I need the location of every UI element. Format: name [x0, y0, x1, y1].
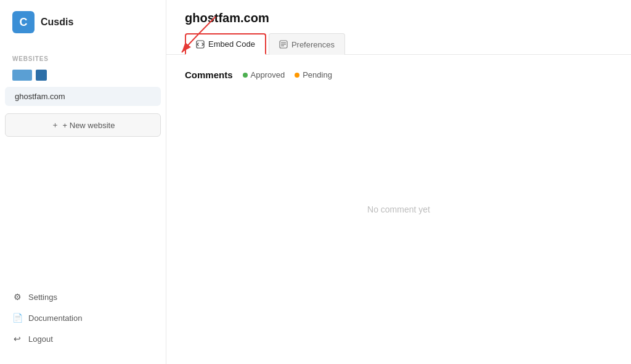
documentation-label: Documentation: [28, 313, 82, 323]
logout-label: Logout: [28, 334, 53, 344]
filter-approved[interactable]: Approved: [243, 70, 285, 79]
filter-pending[interactable]: Pending: [295, 70, 332, 79]
site-title: ghostfam.com: [185, 11, 613, 25]
pending-dot: [295, 73, 299, 78]
main-tabs: Embed Code Preferences: [185, 33, 613, 54]
new-website-button[interactable]: ＋ + New website: [5, 113, 161, 137]
tab-preferences[interactable]: Preferences: [269, 33, 345, 55]
sidebar-item-settings[interactable]: ⚙ Settings: [0, 286, 166, 307]
gear-icon: ⚙: [12, 292, 22, 302]
no-comment-text: No comment yet: [367, 204, 430, 214]
preferences-tab-icon: [279, 40, 288, 49]
preferences-tab-label: Preferences: [291, 40, 335, 49]
favicon-rect-1: [12, 70, 32, 81]
main-header: ghostfam.com Embed Code Preferences: [166, 0, 631, 55]
approved-dot: [243, 73, 248, 78]
app-logo-name: Cusdis: [41, 17, 73, 28]
approved-label: Approved: [251, 70, 285, 79]
websites-section-label: WEBSITES: [0, 44, 166, 67]
sidebar-item-documentation[interactable]: 📄 Documentation: [0, 307, 166, 328]
new-website-label: + New website: [63, 121, 115, 130]
main-body: Comments Approved Pending No comment yet: [166, 55, 631, 364]
pending-label: Pending: [303, 70, 332, 79]
sidebar-item-logout[interactable]: ↩ Logout: [0, 328, 166, 349]
embed-code-tab-label: Embed Code: [208, 39, 255, 49]
comments-bar: Comments Approved Pending: [185, 70, 613, 80]
sidebar-logo: C Cusdis: [0, 0, 166, 44]
app-logo-icon: C: [12, 11, 35, 33]
new-website-icon: ＋: [51, 119, 59, 131]
sidebar-bottom: ⚙ Settings 📄 Documentation ↩ Logout: [0, 286, 166, 364]
sidebar: C Cusdis WEBSITES ghostfam.com ＋ + New w…: [0, 0, 166, 364]
tab-embed-code[interactable]: Embed Code: [185, 33, 266, 55]
comments-title: Comments: [185, 70, 233, 80]
website-favicon-row: [0, 67, 166, 86]
website-item-ghostfam[interactable]: ghostfam.com: [5, 87, 161, 106]
website-item-label: ghostfam.com: [15, 92, 65, 101]
embed-code-tab-icon: [196, 40, 205, 49]
doc-icon: 📄: [12, 313, 22, 323]
main-content: ghostfam.com Embed Code Preferences: [166, 0, 631, 364]
favicon-rect-2: [36, 70, 47, 81]
logout-icon: ↩: [12, 334, 22, 344]
settings-label: Settings: [28, 293, 57, 302]
